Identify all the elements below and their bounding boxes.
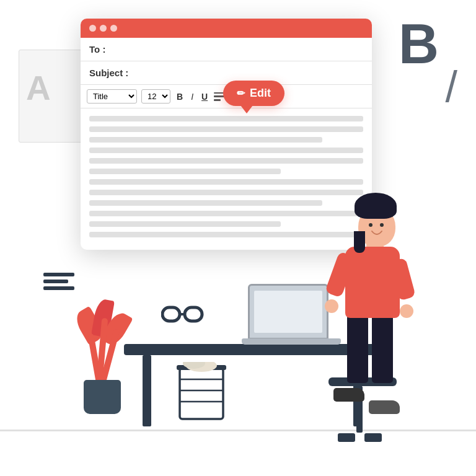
person-hand-right: [400, 304, 413, 318]
subject-field[interactable]: Subject :: [81, 61, 372, 85]
floor-line: [0, 430, 476, 431]
text-line: [89, 179, 363, 185]
bold-button[interactable]: B: [175, 91, 185, 102]
decorative-b: B: [399, 12, 439, 76]
person-shoe-right: [369, 400, 400, 414]
svg-point-4: [380, 223, 384, 227]
person-shoe-left: [333, 388, 364, 402]
decorative-a: A: [26, 68, 51, 108]
desk-surface: [124, 344, 384, 355]
italic-button[interactable]: I: [189, 91, 195, 102]
svg-point-3: [369, 223, 372, 227]
to-field[interactable]: To :: [81, 38, 372, 61]
font-select[interactable]: Title Body Heading: [87, 89, 137, 104]
to-label: To :: [89, 44, 105, 55]
text-line: [89, 158, 363, 164]
edit-button[interactable]: ✏ Edit: [223, 81, 284, 106]
window-dot-3: [110, 25, 117, 32]
pencil-icon: ✏: [237, 87, 245, 99]
window-dot-2: [100, 25, 107, 32]
text-line: [89, 116, 363, 121]
window-body: To : Subject : Title Body Heading 12 14 …: [81, 38, 372, 250]
svg-rect-5: [180, 368, 223, 419]
text-line: [89, 232, 363, 237]
hamburger-line-2: [43, 280, 68, 283]
subject-label: Subject :: [89, 68, 128, 78]
text-line: [89, 137, 322, 143]
person-torso: [345, 247, 400, 318]
decorative-hamburger-lines: [43, 273, 74, 293]
text-line: [89, 148, 363, 153]
plant-pot: [84, 380, 121, 414]
chair-wheel-left: [338, 433, 355, 442]
window-dot-1: [89, 25, 96, 32]
desk-leg-left: [143, 355, 151, 426]
link-chain-icon: [161, 302, 205, 330]
laptop-base: [242, 338, 341, 345]
text-line: [89, 200, 322, 206]
font-size-select[interactable]: 12 14 16 18: [141, 89, 170, 104]
window-titlebar: [81, 19, 372, 38]
hamburger-line-3: [43, 286, 74, 290]
svg-rect-1: [185, 307, 202, 321]
underline-button[interactable]: U: [200, 91, 209, 102]
edit-button-label: Edit: [250, 87, 271, 100]
text-line: [89, 211, 363, 216]
person-hair: [355, 193, 397, 219]
email-compose-window: To : Subject : Title Body Heading 12 14 …: [81, 19, 372, 250]
decorative-slash: /: [446, 62, 457, 112]
text-line: [89, 126, 363, 132]
person-leg-right: [372, 315, 393, 383]
email-body-area[interactable]: [81, 108, 372, 250]
text-line: [89, 169, 281, 174]
person-hair-side: [354, 231, 365, 253]
person-hand-left: [325, 299, 338, 313]
laptop-screen: [248, 284, 328, 340]
laptop-screen-display: [254, 291, 322, 333]
text-line: [89, 221, 281, 227]
hamburger-line-1: [43, 273, 74, 276]
svg-rect-0: [162, 307, 180, 321]
chair-wheel-right: [364, 433, 382, 442]
person-leg-left: [347, 315, 368, 383]
trash-can-icon: [177, 362, 226, 421]
text-line: [89, 190, 363, 195]
trash-can-container: [177, 362, 226, 423]
